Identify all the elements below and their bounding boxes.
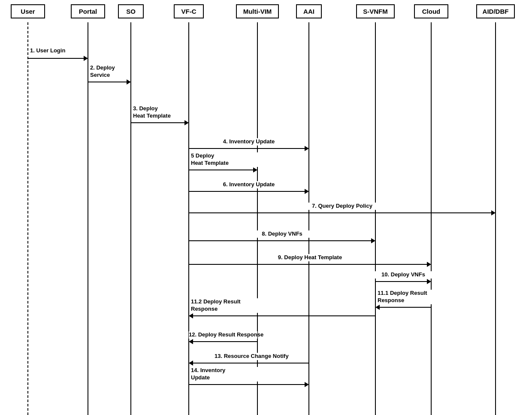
arrow-head bbox=[491, 210, 496, 215]
arrow-head bbox=[427, 279, 431, 284]
arrow-head bbox=[127, 79, 131, 85]
arrow-head bbox=[305, 382, 309, 387]
arrow-head bbox=[371, 238, 375, 243]
arrow-line bbox=[193, 341, 257, 342]
lifeline-header-aidbdf: AID/DBF bbox=[476, 4, 515, 18]
arrow-msg13 bbox=[189, 360, 309, 366]
lifeline-header-vfc: VF-C bbox=[174, 4, 204, 18]
arrow-label-msg11_2: 11.2 Deploy Result Response bbox=[191, 298, 260, 313]
lifeline-line-aai bbox=[308, 22, 309, 415]
arrow-msg11_2 bbox=[189, 313, 375, 318]
arrow-msg9 bbox=[189, 262, 431, 267]
arrow-line bbox=[189, 240, 371, 241]
arrow-line bbox=[189, 170, 253, 170]
arrow-label-msg8: 8. Deploy VNFs bbox=[248, 230, 317, 238]
arrow-msg6 bbox=[189, 189, 309, 194]
lifeline-header-cloud: Cloud bbox=[414, 4, 448, 18]
arrow-line bbox=[380, 307, 431, 308]
lifeline-line-svnfm bbox=[375, 22, 376, 415]
arrow-line bbox=[375, 281, 427, 282]
arrow-msg3 bbox=[131, 120, 189, 125]
arrow-label-msg2: 2. Deploy Service bbox=[90, 64, 129, 79]
arrow-head bbox=[427, 262, 431, 267]
lifeline-header-svnfm: S-VNFM bbox=[356, 4, 395, 18]
arrow-msg8 bbox=[189, 238, 375, 243]
arrow-label-msg4: 4. Inventory Update bbox=[215, 138, 283, 145]
arrow-msg2 bbox=[88, 79, 131, 85]
lifeline-header-aai: AAI bbox=[296, 4, 322, 18]
arrow-head bbox=[84, 56, 88, 61]
arrow-msg1 bbox=[28, 56, 88, 61]
lifeline-line-aidbdf bbox=[495, 22, 496, 415]
arrow-label-msg11_1: 11.1 Deploy Result Response bbox=[378, 290, 446, 304]
arrow-msg7 bbox=[189, 210, 496, 215]
arrow-label-msg3: 3. Deploy Heat Template bbox=[133, 105, 176, 120]
arrow-head bbox=[305, 146, 309, 151]
arrow-msg12 bbox=[189, 339, 257, 344]
arrow-label-msg13: 13. Resource Change Notify bbox=[215, 353, 283, 360]
arrow-msg4 bbox=[189, 146, 309, 151]
arrow-head bbox=[189, 339, 193, 344]
arrow-label-msg14: 14. Inventory Update bbox=[191, 367, 260, 382]
lifeline-header-user: User bbox=[11, 4, 45, 18]
lifeline-line-vfc bbox=[188, 22, 189, 415]
arrow-label-msg10: 10. Deploy VNFs bbox=[369, 271, 438, 279]
arrow-label-msg7: 7. Query Deploy Policy bbox=[308, 203, 377, 210]
arrow-line bbox=[193, 315, 375, 316]
arrow-line bbox=[28, 58, 84, 59]
arrow-label-msg5: 5 Deploy Heat Template bbox=[191, 152, 260, 167]
arrow-line bbox=[88, 82, 127, 82]
arrow-head bbox=[253, 167, 257, 173]
arrow-label-msg9: 9. Deploy Heat Template bbox=[276, 254, 345, 261]
lifeline-header-so: SO bbox=[118, 4, 144, 18]
arrow-head bbox=[189, 313, 193, 318]
arrow-label-msg1: 1. User Login bbox=[30, 47, 73, 55]
lifeline-line-user bbox=[27, 22, 28, 415]
lifeline-header-multivim: Multi-VIM bbox=[236, 4, 279, 18]
arrow-msg5 bbox=[189, 167, 257, 173]
arrow-label-msg12: 12. Deploy Result Response bbox=[189, 331, 257, 339]
arrow-msg14 bbox=[189, 382, 309, 387]
arrow-msg10 bbox=[375, 279, 431, 284]
arrow-line bbox=[189, 191, 305, 192]
arrow-line bbox=[193, 363, 309, 364]
arrow-label-msg6: 6. Inventory Update bbox=[215, 181, 283, 188]
lifeline-header-portal: Portal bbox=[71, 4, 105, 18]
arrow-line bbox=[189, 148, 305, 149]
arrow-head bbox=[189, 360, 193, 366]
arrow-head bbox=[184, 120, 189, 125]
arrow-msg11_1 bbox=[375, 305, 431, 310]
arrow-line bbox=[189, 212, 491, 213]
lifeline-line-cloud bbox=[431, 22, 432, 415]
arrow-head bbox=[305, 189, 309, 194]
arrow-line bbox=[189, 264, 427, 265]
sequence-diagram: UserPortalSOVF-CMulti-VIMAAIS-VNFMCloudA… bbox=[0, 0, 532, 415]
arrow-head bbox=[375, 305, 380, 310]
arrow-line bbox=[131, 122, 184, 123]
arrow-line bbox=[189, 384, 305, 385]
